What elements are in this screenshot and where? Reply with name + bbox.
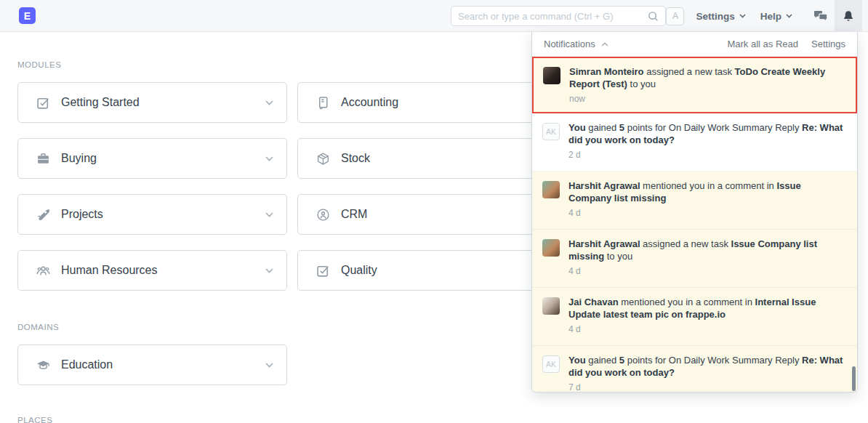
search-icon	[648, 11, 659, 22]
notification-message: Harshit Agrawal assigned a new task Issu…	[568, 238, 845, 262]
notifications-header: Notifications Mark all as Read Settings	[532, 32, 857, 57]
graduation-cap-icon	[36, 358, 50, 372]
chevron-down-icon[interactable]	[265, 212, 273, 217]
avatar	[542, 297, 560, 315]
module-card-quality[interactable]: Quality	[297, 250, 567, 291]
chevron-down-icon[interactable]	[265, 100, 273, 105]
notification-item[interactable]: AK You gained 5 points for On Daily Work…	[532, 113, 857, 172]
places-section-label: PLACES	[17, 416, 868, 423]
notification-message: You gained 5 points for On Daily Work Su…	[568, 354, 845, 379]
chevron-down-icon[interactable]	[265, 156, 273, 161]
chevron-down-icon[interactable]	[265, 363, 273, 368]
avatar	[542, 239, 560, 257]
module-card-label: CRM	[341, 208, 545, 221]
module-card-getting-started[interactable]: Getting Started	[17, 82, 287, 123]
chevron-up-icon	[601, 42, 608, 47]
module-card-label: Quality	[341, 264, 545, 277]
help-menu[interactable]: Help	[760, 11, 792, 22]
module-card-label: Stock	[341, 152, 545, 165]
people-group-icon	[36, 263, 50, 278]
avatar	[542, 181, 560, 198]
checkbox-icon	[36, 95, 50, 110]
rocket-icon	[36, 207, 50, 222]
domain-card-label: Education	[61, 358, 265, 371]
notification-message: Harshit Agrawal mentioned you in a comme…	[568, 180, 845, 204]
notification-message: Jai Chavan mentioned you in a comment in…	[568, 296, 845, 321]
module-card-label: Getting Started	[61, 96, 265, 109]
notifications-actions: Mark all as Read Settings	[727, 39, 845, 49]
user-avatar[interactable]: A	[666, 7, 684, 25]
chevron-down-icon	[786, 14, 792, 18]
avatar: AK	[542, 123, 560, 140]
module-card-label: Accounting	[341, 96, 545, 109]
chat-bubbles-icon	[813, 10, 828, 22]
notification-message: You gained 5 points for On Daily Work Su…	[568, 121, 845, 146]
module-card-buying[interactable]: Buying	[17, 138, 287, 179]
notification-settings-button[interactable]: Settings	[811, 39, 845, 49]
global-search[interactable]	[451, 6, 666, 26]
chat-button[interactable]	[807, 0, 835, 32]
notification-timestamp: 7 d	[568, 382, 845, 392]
module-card-stock[interactable]: Stock	[297, 138, 567, 179]
navbar-right: A Settings Help	[666, 0, 862, 32]
module-card-human-resources[interactable]: Human Resources	[17, 250, 287, 291]
checkbox-icon	[316, 263, 330, 278]
search-input[interactable]	[458, 11, 648, 22]
package-box-icon	[316, 151, 330, 166]
briefcase-icon	[36, 151, 50, 166]
mark-all-as-read-button[interactable]: Mark all as Read	[727, 39, 798, 49]
settings-menu[interactable]: Settings	[696, 11, 745, 22]
avatar	[543, 67, 560, 84]
module-card-projects[interactable]: Projects	[17, 194, 287, 235]
module-card-crm[interactable]: CRM	[297, 194, 567, 235]
app-logo[interactable]: E	[19, 7, 36, 24]
notification-item[interactable]: Jai Chavan mentioned you in a comment in…	[532, 288, 857, 346]
notifications-dropdown: Notifications Mark all as Read Settings …	[531, 32, 858, 392]
notification-message: Simran Monteiro assigned a new task ToDo…	[569, 65, 845, 90]
person-in-circle-icon	[316, 207, 330, 222]
ledger-book-icon	[316, 95, 330, 110]
notification-timestamp: 2 d	[568, 150, 845, 160]
domain-card-education[interactable]: Education	[17, 345, 287, 385]
module-card-label: Buying	[61, 152, 265, 165]
chevron-down-icon[interactable]	[265, 268, 273, 273]
navbar: E A Settings Help	[0, 0, 868, 32]
module-card-label: Projects	[61, 208, 265, 221]
notifications-title-toggle[interactable]: Notifications	[544, 39, 608, 49]
notification-item[interactable]: Simran Monteiro assigned a new task ToDo…	[532, 57, 857, 113]
notifications-button[interactable]	[835, 0, 862, 32]
notification-timestamp: 4 d	[568, 324, 845, 334]
bell-icon	[843, 10, 854, 23]
notification-timestamp: 4 d	[568, 208, 845, 218]
scrollbar-thumb[interactable]	[852, 366, 856, 391]
notification-item[interactable]: Harshit Agrawal mentioned you in a comme…	[532, 172, 857, 230]
avatar: AK	[542, 355, 560, 373]
notification-timestamp: 4 d	[568, 266, 845, 276]
module-card-accounting[interactable]: Accounting	[297, 82, 567, 123]
module-card-label: Human Resources	[61, 264, 265, 277]
notification-item[interactable]: Harshit Agrawal assigned a new task Issu…	[532, 230, 857, 288]
chevron-down-icon	[739, 14, 746, 18]
notification-timestamp: now	[569, 94, 845, 104]
notification-item[interactable]: AK You gained 5 points for On Daily Work…	[532, 346, 857, 392]
